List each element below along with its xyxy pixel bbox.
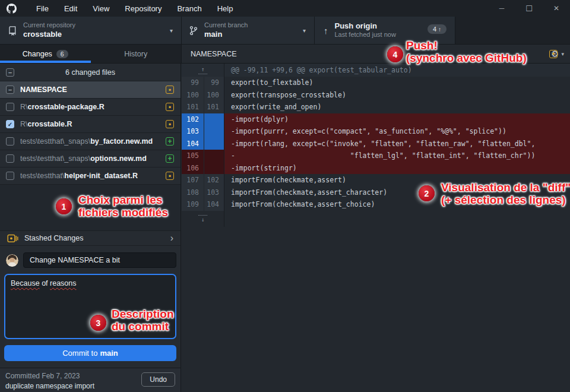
annotation-4-line2: (synchro avec GitHub) — [406, 52, 527, 64]
chevron-down-icon: ▾ — [170, 27, 173, 34]
ahead-count: 4 — [433, 26, 436, 33]
last-commit-bar: Committed Feb 7, 2023 duplicate namespac… — [0, 368, 180, 392]
branch-name: main — [204, 30, 248, 39]
changed-files-header: – 6 changed files — [0, 64, 180, 81]
file-checkbox[interactable] — [6, 137, 14, 146]
tab-history-label: History — [124, 50, 147, 58]
annotation-3-line1: Description — [112, 308, 174, 320]
annotation-2-line1: Visualisation de la "diff" — [441, 181, 570, 194]
avatar — [6, 254, 18, 267]
added-status-icon: + — [166, 154, 174, 163]
file-checkbox[interactable] — [6, 154, 14, 163]
chevron-down-icon: ▾ — [561, 51, 564, 57]
repo-name: crosstable — [23, 30, 75, 39]
tab-history[interactable]: History — [91, 45, 182, 63]
ahead-count-badge: 4 ↑ — [428, 24, 446, 34]
branch-icon — [189, 26, 198, 36]
modified-status-icon: • — [166, 103, 174, 111]
menubar: File Edit View Repository Branch Help — [30, 2, 239, 15]
menu-branch[interactable]: Branch — [170, 2, 208, 15]
hunk-header-row: ↑ @@ -99,11 +99,6 @@ export(test_tabular… — [182, 64, 570, 77]
current-repository-selector[interactable]: Current repository crosstable ▾ — [0, 17, 182, 44]
last-commit-date: Committed Feb 7, 2023 — [5, 372, 80, 380]
annotation-2-line2: (+ sélection des lignes) — [441, 194, 570, 206]
expand-hunk-down-button[interactable]: ↓ — [182, 211, 224, 227]
push-subtitle: Last fetched just now — [335, 31, 396, 39]
annotation-3-line2: du commit — [112, 320, 174, 333]
menu-repository[interactable]: Repository — [118, 2, 168, 15]
diff-line-deleted-selected[interactable]: 102-import(dplyr) — [182, 113, 570, 126]
changes-count-badge: 6 — [56, 50, 68, 58]
chevron-right-icon: › — [170, 233, 173, 243]
stash-icon — [7, 233, 19, 244]
menu-edit[interactable]: Edit — [58, 2, 84, 15]
annotation-4-line1: Push! — [406, 39, 527, 52]
titlebar: File Edit View Repository Branch Help ─ … — [0, 0, 570, 17]
file-row-options[interactable]: tests\testthat\_snaps\options.new.md + — [0, 150, 180, 167]
undo-button[interactable]: Undo — [141, 372, 175, 387]
file-checkbox[interactable] — [6, 172, 14, 180]
file-checkbox[interactable]: – — [6, 86, 14, 94]
file-row-crosstable[interactable]: ✓ R\crosstable.R • — [0, 116, 180, 133]
app-window: File Edit View Repository Branch Help ─ … — [0, 0, 570, 392]
diff-file-title: NAMESPACE — [191, 50, 237, 58]
diff-line-deleted-selected[interactable]: 104-import(rlang, except=c("invoke", "fl… — [182, 138, 570, 150]
stashed-changes-row[interactable]: Stashed Changes › — [0, 230, 180, 246]
push-title: Push origin — [335, 21, 396, 31]
hunk-header-text: @@ -99,11 +99,6 @@ export(test_tabular_a… — [224, 64, 570, 77]
menu-file[interactable]: File — [30, 2, 55, 15]
tab-changes[interactable]: Changes 6 — [0, 45, 91, 63]
expand-hunk-up-button[interactable]: ↑ — [182, 64, 224, 77]
changes-sidebar: – 6 changed files – NAMESPACE • R\crosst… — [0, 64, 181, 392]
file-row-by-factor[interactable]: tests\testthat\_snaps\by_factor.new.md + — [0, 133, 180, 150]
arrow-up-icon: ↑ — [324, 26, 328, 36]
modified-status-icon: • — [166, 86, 174, 94]
diff-view: ↑ @@ -99,11 +99,6 @@ export(test_tabular… — [182, 64, 570, 392]
close-button[interactable]: ✕ — [543, 0, 570, 17]
diff-line[interactable]: 101101export(write_and_open) — [182, 101, 570, 113]
last-commit-message: duplicate namespace import — [5, 382, 94, 390]
diff-line-deleted[interactable]: 106-import(stringr) — [182, 162, 570, 175]
repo-icon — [8, 26, 17, 36]
stashed-changes-label: Stashed Changes — [24, 234, 83, 242]
changed-files-count: 6 changed files — [0, 68, 180, 77]
file-checkbox[interactable] — [6, 103, 14, 111]
expand-hunk-down-row: ↓ — [182, 211, 570, 227]
arrow-up-icon: ↑ — [438, 26, 441, 33]
added-status-icon: + — [166, 137, 174, 146]
push-text: Push origin Last fetched just now — [335, 21, 396, 39]
diff-line[interactable]: 9999export(to_flextable) — [182, 77, 570, 89]
diff-line-deleted[interactable]: 105- "flatten_lgl", "flatten_int", "flat… — [182, 150, 570, 162]
modified-status-icon: • — [166, 172, 174, 180]
menu-help[interactable]: Help — [211, 2, 240, 15]
annotation-1-number: 1 — [56, 198, 72, 214]
repo-text: Current repository crosstable — [23, 21, 75, 39]
branch-label: Current branch — [204, 21, 248, 30]
chevron-down-icon: ▾ — [303, 27, 306, 34]
modified-status-icon: • — [549, 50, 558, 58]
file-row-namespace[interactable]: – NAMESPACE • — [0, 81, 180, 99]
diff-line-deleted-selected[interactable]: 103-import(purrr, except=c("compact", "a… — [182, 125, 570, 138]
annotation-2-number: 2 — [419, 185, 435, 201]
annotation-3-number: 3 — [90, 315, 106, 331]
expand-down-icon: ↓ — [201, 217, 204, 223]
commit-summary-input[interactable] — [23, 252, 176, 268]
annotation-1-line1: Choix parmi les — [78, 194, 168, 206]
current-branch-selector[interactable]: Current branch main ▾ — [182, 17, 315, 44]
minimize-button[interactable]: ─ — [488, 0, 515, 17]
window-controls: ─ ☐ ✕ — [488, 0, 570, 17]
expand-up-icon: ↑ — [201, 67, 204, 72]
tab-changes-label: Changes — [23, 50, 52, 58]
file-row-helper-init[interactable]: tests\testthat\helper-init_dataset.R • — [0, 167, 180, 185]
diff-line[interactable]: 100100export(transpose_crosstable) — [182, 89, 570, 102]
file-row-crosstable-package[interactable]: R\crosstable-package.R • — [0, 99, 180, 116]
sidebar-tabs: Changes 6 History — [0, 45, 181, 64]
maximize-button[interactable]: ☐ — [515, 0, 543, 17]
file-checkbox[interactable]: ✓ — [6, 120, 14, 128]
annotation-4-number: 4 — [387, 46, 403, 62]
commit-button[interactable]: Commit tomain — [4, 345, 176, 361]
menu-view[interactable]: View — [86, 2, 116, 15]
repo-label: Current repository — [23, 21, 75, 30]
annotation-1-line2: fichiers modifiés — [78, 206, 168, 219]
github-logo-icon — [7, 3, 17, 14]
